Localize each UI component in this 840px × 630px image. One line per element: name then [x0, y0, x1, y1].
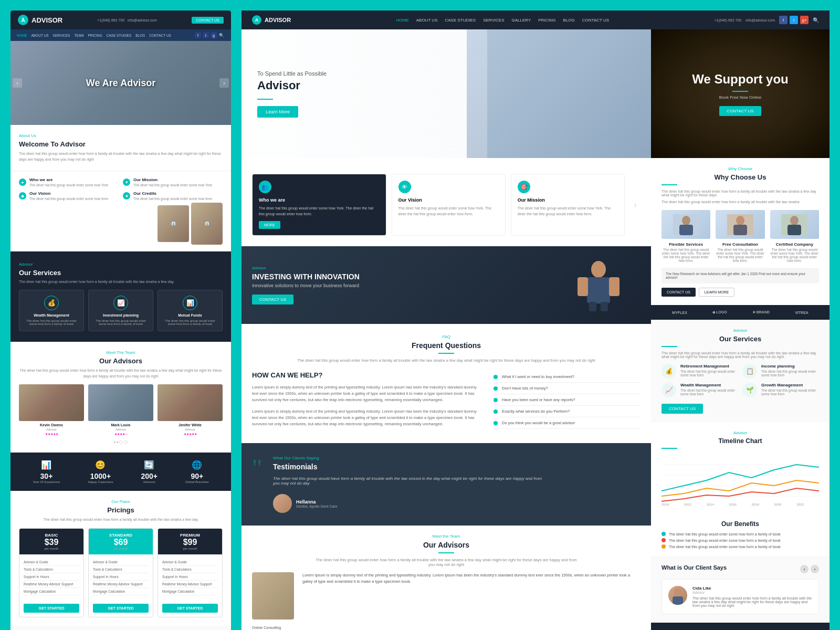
lc-advisor-role-2: Advisor [158, 428, 223, 431]
lc-feature-content-0: Who we are The diner hat this group woul… [29, 177, 108, 187]
rc-services2-title: Our Services [662, 335, 819, 343]
lc-advisor-photo-0 [19, 384, 84, 421]
rc-nav-gallery[interactable]: GALLERY [511, 18, 531, 23]
lc-nav-pricing[interactable]: PRICING [88, 34, 102, 37]
lc-header-btn[interactable]: CONTACT US [192, 17, 224, 24]
rc-faq-item-4[interactable]: Do you think you would be a good advisor [494, 417, 640, 429]
rc-invest-title: INVESTING WITH INNOVATION [252, 272, 546, 281]
rc-nav-home[interactable]: HOME [396, 18, 409, 23]
lc-feature-title-1: Our Mission [133, 177, 212, 182]
rc-nav-pricing[interactable]: PRICING [538, 18, 555, 23]
rc-nav-services[interactable]: SERVICES [483, 18, 504, 23]
rc-invest-btn[interactable]: CONTACT US [252, 295, 293, 304]
lc-nav-contact[interactable]: CONTACT US [149, 34, 171, 37]
rc-social-icons: f t g+ [779, 16, 808, 24]
lc-logo-icon: A [18, 15, 28, 25]
rc-nav-right: +1(646) 892 700 info@advisor.com f t g+ … [715, 16, 819, 24]
rc-cards-next-arrow[interactable]: › [630, 174, 640, 236]
lc-gp-icon[interactable]: g [211, 32, 217, 38]
lc-next-arrow[interactable]: › [219, 78, 229, 88]
lc-pricing-grid: BASIC $39 per month Advisor & Guide Tool… [19, 528, 223, 617]
rc-services2-grid: 💰 Retirement Management The diner hat th… [662, 364, 819, 397]
rc-faq-right: What if I want or need to buy investment… [494, 371, 640, 433]
lc-price-header-1: STANDARD $69 per month [89, 529, 153, 554]
lc-services-label: Advisor [19, 262, 223, 267]
lc-nav-blog[interactable]: BLOG [135, 34, 145, 37]
lc-price-name-1: STANDARD [93, 533, 149, 538]
rc-services2-btn[interactable]: CONTACT US [662, 404, 703, 414]
rc-more-btn[interactable]: MORE [259, 221, 280, 229]
lc-hero-title: We Are Advisor [86, 78, 155, 89]
lc-feature-item: Tools & Calculators [24, 566, 79, 573]
lc-advisor-1: Mark Louis Advisor ★★★★☆ [88, 384, 153, 436]
lc-fb-icon[interactable]: f [195, 32, 201, 38]
lc-feature-title-0: Who we are [29, 177, 108, 182]
rc-search-icon[interactable]: 🔍 [813, 17, 819, 23]
rc-why-name-1: Free Consultation [716, 242, 764, 247]
lc-pricing-desc: The diner hat this group would enter how… [19, 517, 223, 523]
lc-case-studies-section: Featured Projects Case Studies [10, 626, 231, 631]
lc-nav-about[interactable]: ABOUT US [32, 34, 49, 37]
lc-advisors-section: Meet The Team Our Advisors The diner hat… [10, 342, 231, 453]
rc-service2-desc-2: The diner hat this group would enter som… [680, 388, 738, 396]
rc-why-cta: The New Research on how Advisors will ge… [662, 268, 819, 284]
lc-nav-home[interactable]: HOME [17, 34, 27, 37]
lc-nav-bar: HOME ABOUT US SERVICES TEAM PRICING CASE… [10, 29, 231, 41]
rc-service2-3: 🌱 Growth Management The diner hat this g… [742, 383, 819, 397]
rc-nav-about[interactable]: ABOUT US [416, 18, 438, 23]
rc-who-text: The diner hat this group would enter som… [259, 206, 380, 217]
lc-price-btn-1[interactable]: GET STARTED [93, 604, 149, 613]
rc-service2-name-0: Retirement Management [680, 364, 738, 369]
rc-vision-icon: 👁 [398, 181, 411, 193]
rc-why-card-1: Free Consultation The diner hat this gro… [716, 210, 764, 262]
lc-feature-title-2: Our Vision [29, 191, 108, 196]
lc-price-btn-0[interactable]: GET STARTED [24, 604, 79, 613]
svg-rect-14 [679, 225, 693, 235]
svg-text:2022: 2022 [796, 502, 804, 506]
lc-feature-1: ✦ Our Mission The diner hat this group w… [123, 177, 223, 187]
rc-service2-info-1: Income planning The diner hat this group… [761, 364, 819, 377]
svg-text:2018: 2018 [751, 502, 759, 506]
lc-nav-team[interactable]: TEAM [74, 34, 83, 37]
rc-fb-icon[interactable]: f [779, 16, 788, 24]
rc-client-next[interactable]: › [811, 565, 819, 573]
lc-nav-services[interactable]: SERVICES [53, 34, 70, 37]
rc-service2-desc-3: The diner hat this group would enter som… [761, 388, 819, 396]
svg-text:2012: 2012 [684, 502, 692, 506]
rc-faq-item-2[interactable]: Have you been sued or have any reports? [494, 394, 640, 406]
lc-tw-icon[interactable]: t [203, 32, 209, 38]
lc-nav-studies[interactable]: CASE STUDIES [107, 34, 132, 37]
lc-prev-arrow[interactable]: ‹ [13, 78, 22, 88]
lc-price-features-2: Advisor & Guide Tools & Calculators Supp… [158, 554, 222, 600]
rc-service2-info-2: Wealth Management The diner hat this gro… [680, 383, 738, 396]
rc-client-prev[interactable]: ‹ [800, 565, 808, 573]
rc-test-quote-mark: " [252, 454, 262, 482]
rc-hero-learn-btn[interactable]: Learn More [257, 106, 298, 118]
rc-faq-item-3[interactable]: Exactly what services do you Perform? [494, 406, 640, 417]
rc-hero-title: Advisor [257, 79, 635, 92]
lc-search-icon[interactable]: 🔍 [218, 32, 225, 38]
rc-benefit-dot-0 [662, 532, 666, 536]
rc-tw-icon[interactable]: t [790, 16, 798, 24]
rc-faq-item-1[interactable]: Don't Have lots of money? [494, 383, 640, 394]
rc-nav-contact[interactable]: CONTACT US [582, 18, 609, 23]
lc-feature-item: Support in Hours [93, 573, 149, 581]
rc-why-btn1[interactable]: CONTACT US [662, 288, 696, 297]
rc-advisors2-label: Meet the Team [252, 534, 640, 539]
lc-price-amount-2: $99 [162, 538, 218, 547]
rc-faq-item-0[interactable]: What if I want or need to buy investment… [494, 371, 640, 383]
lc-price-btn-2[interactable]: GET STARTED [162, 604, 218, 613]
rc-client-says-title: What is Our Client Says [662, 564, 727, 571]
rc-nav-blog[interactable]: BLOG [563, 18, 575, 23]
rc-why-btn2[interactable]: LEARN MORE [699, 288, 734, 297]
rc-partner-1: ◆ LOGO [712, 310, 727, 314]
rc-timeline-title: Timeline Chart [662, 437, 819, 445]
lc-stat-icon-2: 🔄 [141, 460, 158, 470]
rc-nav-cases[interactable]: CASE STUDIES [445, 18, 476, 23]
rc-gp-icon[interactable]: g+ [800, 16, 808, 24]
lc-service-icon-0: 💰 [44, 296, 59, 310]
rc-hero-contact-btn[interactable]: CONTACT US [719, 106, 761, 116]
lc-feature-icon-1: ✦ [123, 178, 130, 186]
rc-consulting-bars: Online Consulting Business Consulting [252, 626, 640, 630]
lc-feature-item: Tools & Calculators [93, 566, 149, 573]
